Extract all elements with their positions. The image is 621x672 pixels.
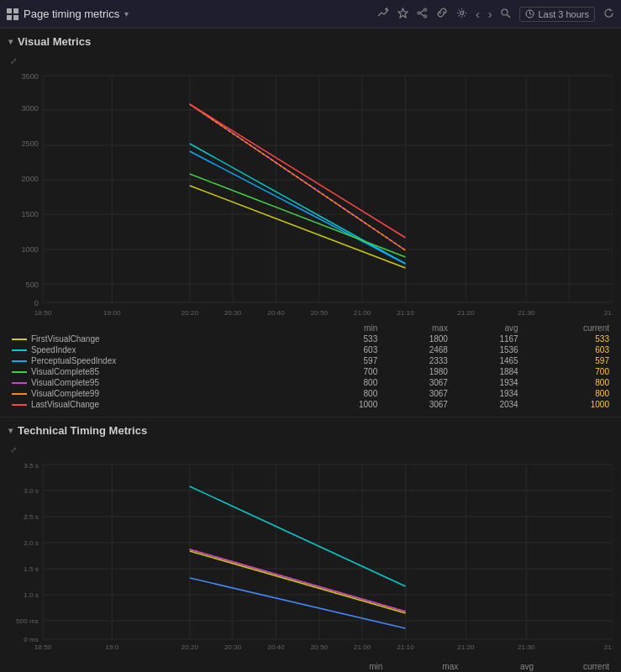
legend-min-val: 700 — [311, 366, 382, 377]
legend-min-val: 603 — [311, 344, 382, 355]
time-range-label: Last 3 hours — [538, 9, 589, 19]
svg-text:1.0 s: 1.0 s — [24, 591, 39, 599]
technical-metrics-section: ▾ Technical Timing Metrics ⤢ — [0, 417, 621, 672]
svg-text:0: 0 — [34, 299, 39, 307]
svg-text:500: 500 — [26, 281, 39, 289]
technical-metrics-legend: min max avg current firstPaint 522 ms 1.… — [8, 661, 613, 672]
star-icon[interactable] — [397, 8, 408, 21]
legend-max-val: 2468 — [381, 344, 451, 355]
chevron-down-icon-2: ▾ — [8, 426, 13, 435]
legend-current-val: 700 — [522, 366, 613, 377]
svg-text:21:20: 21:20 — [457, 643, 475, 651]
svg-text:20:40: 20:40 — [267, 643, 285, 651]
grid-icon — [7, 8, 18, 20]
legend-avg-val: 1465 — [451, 355, 522, 366]
legend-color-indicator — [12, 339, 27, 340]
chevron-right-icon[interactable]: › — [488, 8, 492, 21]
legend-header-name — [8, 323, 311, 333]
legend-current-val: 1000 — [522, 399, 613, 410]
legend-row[interactable]: VisualComplete99 800 3067 1934 800 — [8, 388, 613, 399]
visual-metrics-section: ▾ Visual Metrics ⤢ — [0, 29, 621, 417]
share-icon[interactable] — [417, 8, 428, 21]
legend-row[interactable]: SpeedIndex 603 2468 1536 603 — [8, 344, 613, 355]
legend-color-indicator — [12, 404, 27, 406]
legend-row[interactable]: VisualComplete95 800 3067 1934 800 — [8, 377, 613, 388]
svg-rect-0 — [7, 8, 12, 13]
legend-metric-name: VisualComplete99 — [31, 389, 99, 398]
svg-point-7 — [424, 8, 427, 11]
svg-text:21:10: 21:10 — [397, 309, 414, 317]
legend-color-indicator — [12, 371, 27, 373]
legend-row[interactable]: VisualComplete85 700 1980 1884 700 — [8, 366, 613, 377]
legend-current-val: 597 — [522, 355, 613, 366]
svg-text:2500: 2500 — [21, 139, 39, 148]
chevron-left-icon[interactable]: ‹ — [476, 8, 480, 21]
svg-text:3500: 3500 — [21, 72, 39, 81]
visual-metrics-header[interactable]: ▾ Visual Metrics — [0, 29, 621, 53]
tech-legend-header-max: max — [386, 661, 461, 672]
svg-line-10 — [420, 10, 424, 13]
expand-icon-2[interactable]: ⤢ — [10, 445, 613, 454]
technical-metrics-header[interactable]: ▾ Technical Timing Metrics — [0, 417, 621, 442]
legend-min-val: 800 — [311, 388, 382, 399]
svg-text:21:10: 21:10 — [397, 643, 414, 651]
legend-color-indicator — [12, 393, 27, 395]
page-title: Page timing metrics — [24, 8, 119, 20]
legend-avg-val: 1167 — [451, 333, 522, 344]
svg-text:2.0 s: 2.0 s — [24, 539, 39, 547]
svg-text:1500: 1500 — [21, 210, 39, 218]
svg-text:3000: 3000 — [21, 104, 39, 113]
svg-text:21:40: 21:40 — [604, 643, 613, 651]
link-icon[interactable] — [436, 7, 448, 21]
svg-text:18:50: 18:50 — [34, 643, 52, 651]
legend-max-val: 3067 — [381, 377, 451, 388]
expand-icon[interactable]: ⤢ — [10, 56, 613, 66]
gear-icon[interactable] — [456, 8, 467, 21]
svg-point-12 — [460, 11, 464, 14]
title-chevron[interactable]: ▾ — [124, 9, 129, 18]
legend-avg-val: 2034 — [451, 399, 522, 410]
legend-row[interactable]: FirstVisualChange 533 1800 1167 533 — [8, 333, 613, 344]
technical-metrics-chart: 0 ms 500 ms 1.0 s 1.5 s 2.0 s 2.5 s 3.0 … — [8, 456, 613, 658]
svg-text:20:50: 20:50 — [311, 643, 329, 651]
chevron-down-icon: ▾ — [8, 37, 13, 46]
legend-color-indicator — [12, 349, 27, 351]
refresh-icon[interactable] — [603, 8, 614, 21]
svg-text:3.0 s: 3.0 s — [24, 487, 39, 495]
search-icon[interactable] — [500, 8, 511, 21]
legend-row[interactable]: PerceptualSpeedIndex 597 2333 1465 597 — [8, 355, 613, 366]
visual-metrics-chart-area: ⤢ — [0, 53, 621, 410]
legend-min-val: 533 — [311, 333, 382, 344]
legend-header-current: current — [522, 323, 613, 333]
legend-min-val: 1000 — [311, 399, 382, 410]
chart-add-icon[interactable] — [377, 7, 389, 21]
technical-metrics-title: Technical Timing Metrics — [18, 424, 147, 437]
legend-row[interactable]: LastVisualChange 1000 3067 2034 1000 — [8, 399, 613, 410]
svg-text:20:50: 20:50 — [311, 309, 329, 317]
tech-legend-header-name — [8, 661, 311, 672]
visual-metrics-title: Visual Metrics — [18, 35, 91, 48]
visual-metrics-legend: min max avg current FirstVisualChange 53… — [8, 323, 613, 410]
svg-text:21:30: 21:30 — [518, 643, 535, 651]
legend-header-min: min — [311, 323, 382, 333]
legend-current-val: 800 — [522, 377, 613, 388]
legend-max-val: 1800 — [381, 333, 451, 344]
legend-avg-val: 1884 — [451, 366, 522, 377]
svg-text:1.5 s: 1.5 s — [24, 565, 39, 573]
tech-legend-header-avg: avg — [461, 661, 537, 672]
legend-avg-val: 1934 — [451, 377, 522, 388]
tech-legend-header-current: current — [537, 661, 613, 672]
svg-text:21:00: 21:00 — [354, 309, 371, 317]
legend-item-name: LastVisualChange — [8, 399, 311, 410]
legend-current-val: 603 — [522, 344, 613, 355]
legend-header-avg: avg — [451, 323, 522, 333]
legend-max-val: 3067 — [381, 388, 451, 399]
legend-max-val: 1980 — [381, 366, 451, 377]
topbar: Page timing metrics ▾ — [0, 0, 621, 29]
time-range[interactable]: Last 3 hours — [519, 7, 595, 22]
svg-text:20:40: 20:40 — [267, 309, 285, 317]
svg-point-8 — [424, 15, 427, 18]
legend-max-val: 2333 — [381, 355, 451, 366]
legend-max-val: 3067 — [381, 399, 451, 410]
svg-text:19:0: 19:0 — [105, 643, 118, 651]
